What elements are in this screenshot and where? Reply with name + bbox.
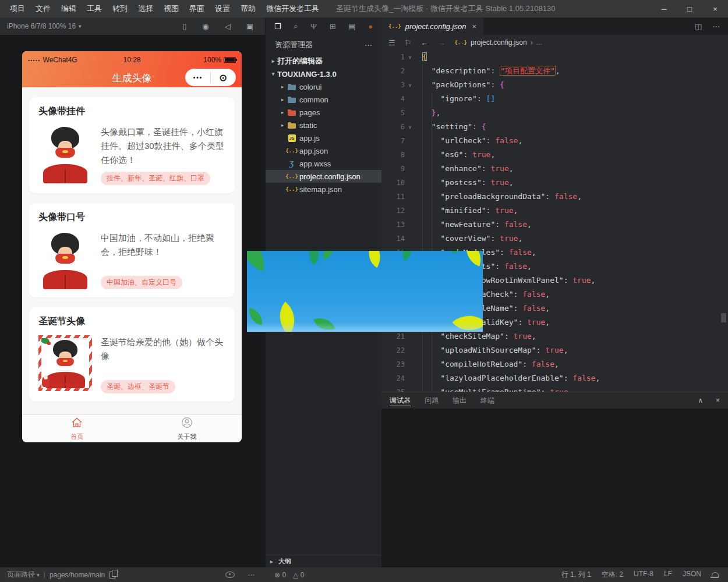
eye-icon[interactable] <box>225 572 235 578</box>
tab-project-config-json[interactable]: {..} project.config.json × <box>381 17 483 35</box>
debug-tab-4[interactable]: 终端 <box>480 392 494 409</box>
cursor-position[interactable]: 行 1, 列 1 <box>561 570 591 580</box>
menu-item-2[interactable]: 文件 <box>30 0 56 17</box>
debug-tab-1[interactable]: 调试器 <box>390 392 411 409</box>
miniprogram-body[interactable]: 头像带挂件头像戴口罩，圣诞挂件，小红旗挂件。超过30款挂件、多个类型任你选！挂件… <box>22 87 242 415</box>
page-path-selector[interactable]: 页面路径 ▾ <box>7 570 40 580</box>
exit-target-icon[interactable]: ⊙ <box>211 72 235 83</box>
tree-item-static[interactable]: ▸static <box>266 119 381 132</box>
file-tree: ▸打开的编辑器▾TOUXIANG-1.3.0▸colorui▸common▸pa… <box>266 55 381 196</box>
tree-item-sitemap.json[interactable]: {..}sitemap.json <box>266 183 381 196</box>
details-icon[interactable]: ▤ <box>348 22 355 31</box>
more-actions-icon[interactable]: ⋯ <box>365 41 372 49</box>
close-tab-icon[interactable]: × <box>472 22 476 31</box>
more-actions-icon[interactable]: ⋯ <box>712 22 720 31</box>
more-actions-icon[interactable]: ⋯ <box>248 571 255 579</box>
maximize-icon[interactable]: □ <box>677 0 702 17</box>
user-icon <box>181 416 193 431</box>
code-line-1: 1∨{ <box>381 50 728 64</box>
explorer-icon[interactable]: ❐ <box>274 22 281 31</box>
eol[interactable]: LF <box>664 570 672 580</box>
tree-item-label: TOUXIANG-1.3.0 <box>277 70 337 79</box>
language-mode[interactable]: JSON <box>683 570 701 580</box>
menu-item-5[interactable]: 转到 <box>107 0 133 17</box>
water-band <box>247 322 483 332</box>
breadcrumb[interactable]: {..} project.config.json › ... <box>454 38 542 47</box>
forward-icon[interactable]: → <box>437 38 445 47</box>
tree-item-label: project.config.json <box>299 172 361 181</box>
compile-icon[interactable]: ● <box>368 22 373 31</box>
copy-icon[interactable] <box>109 572 115 579</box>
debug-tab-2[interactable]: 问题 <box>425 392 439 409</box>
toolbar-row: iPhone 6/7/8 100% 16 ▾ ▯◉◁▣ ❐⌕Ψ⊞▤● {..} … <box>0 17 728 35</box>
close-icon[interactable]: × <box>702 0 728 17</box>
feature-card-2[interactable]: 头像带口号中国加油，不动如山，拒绝聚会，拒绝野味！中国加油、自定义口号 <box>29 203 235 297</box>
status-right: 行 1, 列 1空格: 2UTF-8LFJSON <box>381 570 728 580</box>
record-icon[interactable]: ◉ <box>202 22 208 31</box>
card-tags: 挂件、新年、圣诞、红旗、口罩 <box>101 172 210 185</box>
tree-item-common[interactable]: ▸common <box>266 93 381 106</box>
card-tags: 中国加油、自定义口号 <box>101 276 182 289</box>
menu-item-6[interactable]: 选择 <box>133 0 158 17</box>
editor-scrollbar[interactable] <box>721 313 726 322</box>
window-controls: ─□× <box>651 0 728 17</box>
menu-item-8[interactable]: 界面 <box>184 0 210 17</box>
search-icon[interactable]: ⌕ <box>294 22 298 31</box>
tabbar-item-home[interactable]: 首页 <box>22 415 132 442</box>
tree-item-TOUXIANG-1.3.0[interactable]: ▾TOUXIANG-1.3.0 <box>266 68 381 80</box>
menu-item-9[interactable]: 设置 <box>210 0 235 17</box>
more-menu-icon[interactable]: ••• <box>186 74 210 81</box>
editor-tab-bar: {..} project.config.json × ◫⋯ <box>381 17 728 35</box>
card-description: 中国加油，不动如山，拒绝聚会，拒绝野味！ <box>101 231 225 259</box>
problems-summary[interactable]: ⊗ 0 △ 0 <box>265 571 381 579</box>
json-file-icon: {..} <box>388 23 401 29</box>
code-line-10: 10 "postcss": true, <box>381 176 728 190</box>
bookmark-icon[interactable]: ⚐ <box>405 38 412 47</box>
encoding[interactable]: UTF-8 <box>634 570 653 580</box>
close-panel-icon[interactable]: × <box>716 396 720 404</box>
mute-icon[interactable]: ◁ <box>225 22 231 31</box>
panel-icon-strip: ❐⌕Ψ⊞▤● <box>265 17 381 35</box>
current-page-path: pages/home/main <box>50 571 105 579</box>
menu-item-10[interactable]: 帮助 <box>235 0 261 17</box>
device-label: iPhone 6/7/8 100% 16 <box>7 22 76 30</box>
outline-list-icon[interactable]: ☰ <box>388 38 395 47</box>
breadcrumb-separator: › <box>531 38 533 47</box>
outline-section[interactable]: ▸ 大纲 <box>266 555 381 567</box>
tabbar-item-about[interactable]: 关于我 <box>132 415 242 442</box>
feature-card-3[interactable]: 圣诞节头像MerryChristmas圣诞节给亲爱的他（她）做个头像圣诞、边框、… <box>29 307 235 402</box>
tree-item-app.json[interactable]: {..}app.json <box>266 144 381 157</box>
device-selector[interactable]: iPhone 6/7/8 100% 16 ▾ <box>7 22 82 30</box>
layout-icon[interactable]: ⊞ <box>330 22 336 31</box>
tree-item-colorui[interactable]: ▸colorui <box>266 80 381 93</box>
debug-tab-3[interactable]: 输出 <box>453 392 467 409</box>
menu-item-3[interactable]: 编辑 <box>56 0 82 17</box>
feature-card-1[interactable]: 头像带挂件头像戴口罩，圣诞挂件，小红旗挂件。超过30款挂件、多个类型任你选！挂件… <box>29 97 235 193</box>
tree-item-pages[interactable]: ▸pages <box>266 106 381 119</box>
chevron-right-icon: ▸ <box>269 58 277 64</box>
menu-item-11[interactable]: 微信开发者工具 <box>261 0 324 17</box>
tree-item-app.wxss[interactable]: Ʒapp.wxss <box>266 157 381 170</box>
notifications-bell-icon[interactable] <box>712 572 719 578</box>
explorer-header: 资源管理器 ⋯ <box>266 35 381 55</box>
menu-item-7[interactable]: 视图 <box>158 0 184 17</box>
tree-item-app.js[interactable]: JSapp.js <box>266 132 381 144</box>
wechat-devtools-window: 项目文件编辑工具转到选择视图界面设置帮助微信开发者工具 圣诞节生成头像_一淘模板… <box>0 0 728 582</box>
menu-item-1[interactable]: 项目 <box>5 0 30 17</box>
tree-item-[interactable]: ▸打开的编辑器 <box>266 55 381 68</box>
split-editor-icon[interactable]: ◫ <box>695 22 702 31</box>
indent-size[interactable]: 空格: 2 <box>602 570 623 580</box>
code-editor[interactable]: 1∨{2 "description": "项目配置文件",3∨ "packOpt… <box>381 50 728 392</box>
menu-item-4[interactable]: 工具 <box>82 0 107 17</box>
back-icon[interactable]: ← <box>420 38 428 47</box>
collapse-panel-icon[interactable]: ∧ <box>698 396 703 404</box>
phone-icon[interactable]: ▯ <box>182 22 186 31</box>
chevron-right-icon: ▸ <box>278 84 287 90</box>
tree-item-project.config.json[interactable]: {..}project.config.json <box>266 170 381 183</box>
leaf-decoration <box>247 251 270 271</box>
holly-icon <box>40 337 50 344</box>
minimize-icon[interactable]: ─ <box>651 0 677 17</box>
cascade-windows-icon[interactable]: ▣ <box>246 22 253 31</box>
code-line-14: 14 "coverView": true, <box>381 232 728 246</box>
git-branch-icon[interactable]: Ψ <box>310 22 317 31</box>
